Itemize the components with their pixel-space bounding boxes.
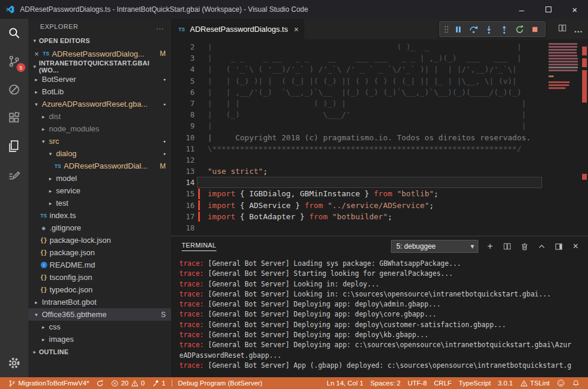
line-number: 5 bbox=[171, 75, 195, 87]
toggle-panel-icon[interactable] bbox=[553, 241, 564, 252]
settings-icon[interactable] bbox=[0, 349, 28, 377]
tree-item-css[interactable]: ▸css bbox=[28, 321, 171, 333]
notifications-bell-icon[interactable] bbox=[569, 377, 583, 389]
debug-toolbar bbox=[439, 21, 546, 37]
terminal-instance-select[interactable]: 5: debuggee ▼ bbox=[391, 240, 478, 253]
close-editor-icon[interactable]: × bbox=[32, 50, 41, 58]
code-line: 12 bbox=[171, 154, 546, 166]
editor-more-actions-icon[interactable]: … bbox=[574, 24, 583, 34]
terminal-panel: TERMINAL 5: debuggee ▼ + bbox=[171, 236, 588, 377]
tab-terminal[interactable]: TERMINAL bbox=[182, 242, 216, 251]
split-editor-icon[interactable] bbox=[558, 24, 567, 35]
maximize-button[interactable] bbox=[535, 0, 561, 19]
sidebar-more-actions-icon[interactable]: … bbox=[156, 22, 164, 31]
cursor-position[interactable]: Ln 14, Col 1 bbox=[323, 377, 367, 389]
maximize-panel-chevron-icon[interactable] bbox=[536, 241, 547, 252]
tree-item-dialog[interactable]: ▾dialog● bbox=[28, 147, 171, 160]
tree-item-gitignore[interactable]: ◆.gitignore bbox=[28, 222, 171, 234]
tree-item-adresetpassworddial[interactable]: TSADResetPasswordDial...M bbox=[28, 160, 171, 172]
outline-header[interactable]: ▸ OUTLINE bbox=[28, 345, 171, 358]
tree-item-azureadpasswordreset-gba[interactable]: ▾AzureADPasswordReset.gba...● bbox=[28, 98, 171, 110]
tree-item-package-json[interactable]: {}package.json bbox=[28, 246, 171, 259]
minimize-button[interactable]: – bbox=[508, 0, 535, 19]
language-status[interactable]: TypeScript bbox=[455, 377, 494, 389]
step-out-button[interactable] bbox=[497, 22, 512, 37]
search-icon[interactable] bbox=[0, 19, 28, 47]
tree-item-tsconfig-json[interactable]: {}tsconfig.json bbox=[28, 271, 171, 283]
terminal-line: trace: [General Bot Server] Deploying ap… bbox=[179, 320, 588, 330]
tree-item-label: dist bbox=[49, 112, 61, 121]
drag-handle-icon[interactable] bbox=[442, 25, 451, 34]
new-terminal-icon[interactable]: + bbox=[485, 241, 495, 252]
vscode-window: ADResetPasswordDialogs.ts - IntranetBotQ… bbox=[0, 0, 588, 389]
tslint-status[interactable]: TSLint bbox=[517, 377, 553, 389]
tree-item-model[interactable]: ▸model bbox=[28, 172, 171, 184]
close-panel-icon[interactable]: × bbox=[570, 241, 581, 252]
close-tab-icon[interactable]: × bbox=[294, 25, 298, 34]
chevron-collapsed-icon: ▸ bbox=[46, 200, 55, 206]
tree-item-label: AzureADPasswordReset.gba... bbox=[42, 100, 147, 108]
git-branch-status[interactable]: MigrationToBotFmwV4* bbox=[5, 377, 93, 389]
tree-item-package-lock-json[interactable]: {}package-lock.json bbox=[28, 234, 171, 246]
open-editors-header[interactable]: ▾ OPEN EDITORS bbox=[28, 34, 171, 47]
terminal-line: trace: [General Bot Server] Looking in: … bbox=[179, 279, 588, 289]
tree-item-label: tsconfig.json bbox=[50, 273, 92, 282]
tree-item-office365-gbtheme[interactable]: ▾Office365.gbthemeS bbox=[28, 308, 171, 321]
code-editor[interactable]: 2| ( )_ _ |3| _ _ _ __ _ _ __ ___ ___ _ … bbox=[171, 39, 588, 236]
pause-button[interactable] bbox=[451, 22, 466, 37]
json-file-icon: {} bbox=[39, 274, 48, 281]
workspace-header[interactable]: ▾ INTRANETBOTQUICKSTART.GBAI (WO... bbox=[28, 60, 171, 73]
tree-item-node-modules[interactable]: ▸node_modules bbox=[28, 123, 171, 135]
code-text: import { IGBDialog, GBMinInstance } from… bbox=[208, 188, 438, 199]
step-into-button[interactable] bbox=[481, 22, 497, 37]
tree-item-dist[interactable]: ▸dist bbox=[28, 110, 171, 123]
sync-button[interactable] bbox=[93, 377, 107, 389]
tree-item-readme-md[interactable]: iREADME.md bbox=[28, 259, 171, 271]
code-line: 16import { ADService } from "../service/… bbox=[171, 200, 546, 211]
tasks-status[interactable]: 1 bbox=[148, 377, 169, 389]
source-control-icon[interactable]: 5 bbox=[0, 47, 28, 75]
code-line: 14 bbox=[171, 177, 546, 188]
stop-button[interactable] bbox=[527, 22, 543, 37]
indentation-status[interactable]: Spaces: 2 bbox=[367, 377, 404, 389]
tree-item-index-ts[interactable]: TSindex.ts bbox=[28, 209, 171, 222]
tree-item-service[interactable]: ▸service bbox=[28, 184, 171, 197]
tree-item-intranetbot-gbot[interactable]: ▸IntranetBot.gbot bbox=[28, 296, 171, 308]
tree-item-botlib[interactable]: ▸BotLib bbox=[28, 85, 171, 98]
tree-item-botserver[interactable]: ▸BotServer● bbox=[28, 73, 171, 85]
restart-button[interactable] bbox=[512, 22, 527, 37]
terminal-output[interactable]: trace: [General Bot Server] Loading sys … bbox=[171, 256, 588, 377]
extensions-icon[interactable] bbox=[0, 104, 28, 132]
split-terminal-icon[interactable] bbox=[502, 241, 513, 252]
maximize-icon bbox=[546, 6, 551, 12]
feedback-smiley-icon[interactable] bbox=[553, 377, 569, 389]
tree-item-src[interactable]: ▾src● bbox=[28, 135, 171, 147]
tab-adresetpassworddialogs[interactable]: TS ADResetPasswordDialogs.ts × bbox=[171, 19, 304, 39]
open-editor-item[interactable]: ×TSADResetPasswordDialog...M bbox=[28, 47, 171, 60]
tree-item-images[interactable]: ▸images bbox=[28, 333, 171, 345]
eol-status[interactable]: CRLF bbox=[431, 377, 455, 389]
step-over-button[interactable] bbox=[466, 22, 481, 37]
terminal-instance-value: 5: debuggee bbox=[396, 242, 436, 250]
tree-item-label: package.json bbox=[50, 248, 95, 257]
debug-icon[interactable] bbox=[0, 75, 28, 104]
encoding-status[interactable]: UTF-8 bbox=[404, 377, 431, 389]
kill-terminal-trash-icon[interactable] bbox=[519, 241, 530, 252]
edit-icon[interactable] bbox=[0, 160, 28, 189]
files-icon[interactable] bbox=[0, 132, 28, 160]
tree-item-label: test bbox=[56, 199, 68, 207]
chevron-collapsed-icon: ▸ bbox=[32, 89, 41, 95]
line-number: 4 bbox=[171, 64, 195, 75]
line-number: 9 bbox=[171, 120, 195, 131]
minimap[interactable] bbox=[547, 39, 581, 236]
close-button[interactable]: × bbox=[561, 0, 588, 19]
tree-item-typedoc-json[interactable]: {}typedoc.json bbox=[28, 283, 171, 296]
code-line: 17import { BotAdapter } from "botbuilder… bbox=[171, 211, 546, 222]
tree-item-test[interactable]: ▸test bbox=[28, 197, 171, 209]
json-file-icon: {} bbox=[39, 286, 48, 293]
debug-program-status[interactable]: Debug Program (BotServer) bbox=[175, 377, 266, 389]
ts-version-status[interactable]: 3.0.1 bbox=[494, 377, 517, 389]
problems-status[interactable]: 20 0 bbox=[107, 377, 148, 389]
chevron-expanded-icon: ▾ bbox=[39, 139, 48, 144]
ruler-mark bbox=[582, 70, 587, 103]
